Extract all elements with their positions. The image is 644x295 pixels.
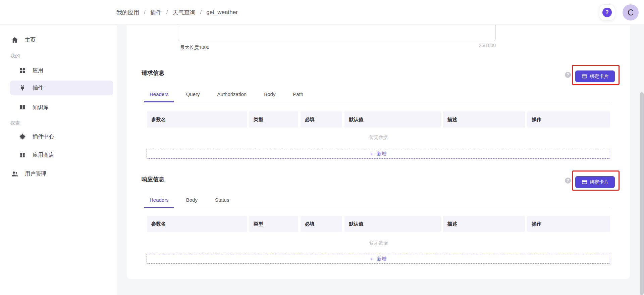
breadcrumb-weather-query[interactable]: 天气查询 — [172, 9, 195, 16]
breadcrumb-separator: / — [144, 9, 146, 16]
sidebar-item-label: 插件 — [33, 85, 43, 92]
plug-icon — [19, 85, 26, 91]
column-header-required: 必填 — [301, 216, 342, 232]
char-counter: 25/1000 — [479, 43, 496, 48]
max-length-hint: 最大长度1000 — [180, 45, 209, 51]
column-header-type: 类型 — [249, 111, 298, 128]
response-section-title: 响应信息 — [142, 176, 164, 183]
bind-card-label: 绑定卡片 — [590, 73, 609, 80]
column-header-param-name: 参数名 — [147, 111, 247, 128]
sidebar-item-plugin-center[interactable]: 插件中心 — [10, 129, 113, 144]
sidebar-item-apps[interactable]: 应用 — [10, 63, 113, 78]
breadcrumb-separator: / — [200, 9, 202, 16]
column-header-param-name: 参数名 — [147, 216, 247, 232]
breadcrumb-plugins[interactable]: 插件 — [150, 9, 162, 16]
column-header-actions: 操作 — [527, 216, 610, 232]
sidebar-item-label: 应用商店 — [33, 152, 54, 159]
breadcrumb-my-apps[interactable]: 我的应用 — [116, 9, 139, 16]
add-label: 新增 — [377, 256, 386, 262]
book-icon — [19, 104, 26, 111]
response-tab-headers[interactable]: Headers — [144, 193, 174, 208]
add-label: 新增 — [377, 151, 386, 157]
request-add-row-button[interactable]: + 新增 — [147, 149, 610, 159]
sidebar-item-knowledge-base[interactable]: 知识库 — [10, 100, 113, 115]
sidebar-item-plugins[interactable]: 插件 — [10, 81, 113, 95]
response-table-header: 参数名 类型 必填 默认值 描述 操作 — [147, 216, 610, 232]
request-bind-card-button[interactable]: 绑定卡片 — [575, 70, 615, 82]
description-textarea[interactable] — [178, 25, 496, 41]
column-header-description: 描述 — [443, 111, 525, 128]
top-header: 我的应用 / 插件 / 天气查询 / get_weather ? C — [0, 0, 644, 25]
request-tabbar: Headers Query Authorization Body Path — [147, 87, 610, 102]
sidebar-item-label: 插件中心 — [33, 133, 54, 140]
card-icon — [582, 179, 587, 185]
sidebar-item-label: 用户管理 — [25, 170, 46, 178]
sidebar-item-home[interactable]: 主页 — [10, 33, 113, 47]
request-empty-state: 暂无数据 — [147, 135, 610, 141]
column-header-default: 默认值 — [344, 111, 441, 128]
sidebar-item-label: 主页 — [25, 37, 36, 44]
store-icon — [19, 152, 26, 158]
sidebar-item-user-management[interactable]: 用户管理 — [10, 166, 113, 181]
breadcrumb: 我的应用 / 插件 / 天气查询 / get_weather — [116, 0, 238, 25]
plus-icon: + — [370, 151, 374, 157]
request-tab-authorization[interactable]: Authorization — [212, 87, 252, 102]
column-header-description: 描述 — [443, 216, 525, 232]
response-add-row-button[interactable]: + 新增 — [147, 254, 610, 264]
sidebar-item-label: 应用 — [33, 67, 43, 74]
response-help-icon[interactable]: ? — [565, 178, 571, 184]
user-avatar[interactable]: C — [623, 4, 639, 20]
home-icon — [11, 36, 18, 44]
question-mark-icon: ? — [602, 8, 612, 17]
column-header-required: 必填 — [301, 111, 342, 128]
puzzle-icon — [19, 133, 26, 140]
users-icon — [11, 170, 18, 178]
request-help-icon[interactable]: ? — [565, 72, 571, 78]
request-section-title: 请求信息 — [142, 69, 164, 77]
request-tab-query[interactable]: Query — [181, 87, 205, 102]
breadcrumb-current-page: get_weather — [206, 9, 238, 16]
request-tab-headers[interactable]: Headers — [144, 87, 174, 102]
help-button[interactable]: ? — [599, 4, 615, 20]
sidebar-section-explore: 探索 — [10, 120, 20, 126]
request-tab-body[interactable]: Body — [259, 87, 281, 102]
response-bind-card-button[interactable]: 绑定卡片 — [575, 176, 615, 188]
vertical-scrollbar[interactable] — [640, 92, 644, 295]
response-tabbar: Headers Body Status — [147, 193, 610, 208]
column-header-type: 类型 — [249, 216, 298, 232]
sidebar-nav: 主页 我的 应用 插件 知识库 探索 插件中心 应用商店 — [0, 25, 117, 295]
request-table-header: 参数名 类型 必填 默认值 描述 操作 — [147, 111, 610, 128]
sidebar-section-my: 我的 — [10, 53, 20, 59]
column-header-actions: 操作 — [527, 111, 610, 128]
card-icon — [582, 73, 587, 79]
plus-icon: + — [370, 256, 374, 262]
response-empty-state: 暂无数据 — [147, 240, 610, 246]
sidebar-item-app-store[interactable]: 应用商店 — [10, 148, 113, 162]
sidebar-item-label: 知识库 — [33, 104, 49, 111]
column-header-default: 默认值 — [344, 216, 441, 232]
request-tab-path[interactable]: Path — [287, 87, 309, 102]
bind-card-label: 绑定卡片 — [590, 179, 609, 185]
response-tab-status[interactable]: Status — [210, 193, 235, 208]
response-tab-body[interactable]: Body — [181, 193, 203, 208]
breadcrumb-separator: / — [166, 9, 168, 16]
apps-icon — [19, 67, 26, 74]
